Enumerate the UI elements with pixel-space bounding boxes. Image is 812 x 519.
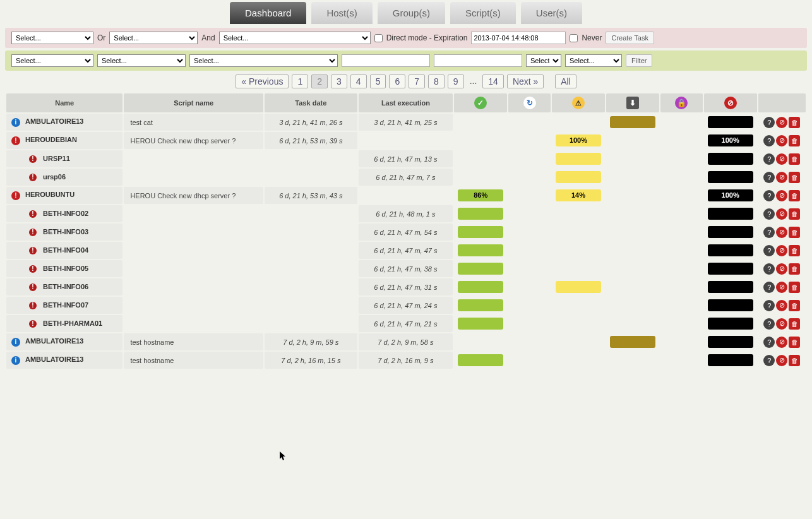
- filter-text-1[interactable]: [342, 54, 430, 67]
- help-icon[interactable]: ?: [763, 227, 775, 238]
- delete-icon[interactable]: 🗑: [789, 337, 800, 348]
- cancel-icon[interactable]: ⊘: [776, 172, 787, 183]
- tab-hosts[interactable]: Host(s): [311, 2, 372, 24]
- delete-icon[interactable]: 🗑: [789, 318, 800, 330]
- delete-icon[interactable]: 🗑: [789, 172, 800, 183]
- cell-last-exec: 3 d, 21 h, 41 m, 25 s: [359, 114, 453, 131]
- col-status-reload[interactable]: ↻: [508, 93, 551, 112]
- filter-button[interactable]: Filter: [626, 54, 652, 67]
- cancel-icon[interactable]: ⊘: [776, 318, 787, 330]
- pagination: « Previous123456789...14Next » All: [0, 71, 812, 92]
- help-icon[interactable]: ?: [763, 153, 775, 165]
- col-name[interactable]: Name: [6, 93, 122, 112]
- cell-task-date: 7 d, 2 h, 16 m, 15 s: [265, 352, 357, 369]
- col-status-ban[interactable]: ⊘: [704, 93, 757, 112]
- cell-status-2: [508, 224, 551, 241]
- cancel-icon[interactable]: ⊘: [776, 190, 787, 201]
- delete-icon[interactable]: 🗑: [789, 153, 800, 165]
- help-icon[interactable]: ?: [763, 208, 775, 220]
- create-task-button[interactable]: Create Task: [606, 32, 654, 44]
- cell-task-date: 3 d, 21 h, 41 m, 26 s: [265, 114, 357, 131]
- expiration-input[interactable]: [471, 32, 566, 44]
- delete-icon[interactable]: 🗑: [789, 263, 800, 275]
- tab-groups[interactable]: Group(s): [378, 2, 445, 24]
- select-3[interactable]: Select...: [219, 32, 371, 44]
- alert-icon: !: [29, 229, 37, 236]
- delete-icon[interactable]: 🗑: [789, 208, 800, 220]
- filter-select-2[interactable]: Select...: [97, 54, 186, 67]
- page-4[interactable]: 4: [350, 75, 367, 88]
- page-7[interactable]: 7: [409, 75, 425, 88]
- help-icon[interactable]: ?: [763, 263, 775, 275]
- page-prev[interactable]: « Previous: [236, 75, 289, 88]
- tab-dashboard[interactable]: Dashboard: [230, 2, 306, 24]
- cancel-icon[interactable]: ⊘: [776, 337, 787, 348]
- cell-name: iAMBULATOIRE13: [6, 114, 122, 131]
- page-3[interactable]: 3: [331, 75, 347, 88]
- delete-icon[interactable]: 🗑: [789, 117, 800, 128]
- cancel-icon[interactable]: ⊘: [776, 153, 787, 165]
- page-next[interactable]: Next »: [507, 75, 544, 88]
- cell-script: test hostname: [124, 352, 263, 369]
- cancel-icon[interactable]: ⊘: [776, 245, 787, 256]
- filter-text-2[interactable]: [434, 54, 522, 67]
- col-status-ok[interactable]: ✓: [454, 93, 507, 112]
- filter-select-1[interactable]: Select...: [11, 54, 93, 67]
- help-icon[interactable]: ?: [763, 300, 775, 311]
- cancel-icon[interactable]: ⊘: [776, 227, 787, 238]
- cell-status-5: [660, 242, 703, 259]
- page-6[interactable]: 6: [389, 75, 405, 88]
- help-icon[interactable]: ?: [763, 117, 775, 128]
- cell-name: !BETH-INFO05: [6, 260, 122, 277]
- lock-icon: 🔒: [675, 97, 688, 109]
- help-icon[interactable]: ?: [763, 337, 775, 348]
- table-row: !URSP116 d, 21 h, 47 m, 13 s?⊘🗑: [6, 150, 806, 167]
- col-status-lock[interactable]: 🔒: [660, 93, 703, 112]
- col-status-warn[interactable]: ⚠: [552, 93, 605, 112]
- col-last-exec[interactable]: Last execution: [359, 93, 453, 112]
- delete-icon[interactable]: 🗑: [789, 245, 800, 256]
- delete-icon[interactable]: 🗑: [789, 300, 800, 311]
- cell-status-1: [454, 315, 507, 332]
- select-1[interactable]: Select...: [11, 32, 93, 44]
- never-checkbox[interactable]: [570, 34, 578, 42]
- cancel-icon[interactable]: ⊘: [776, 355, 787, 366]
- filter-toolbar: Select... Select... Select... Select... …: [5, 51, 807, 71]
- delete-icon[interactable]: 🗑: [789, 227, 800, 238]
- page-9[interactable]: 9: [448, 75, 464, 88]
- cancel-icon[interactable]: ⊘: [776, 282, 787, 293]
- page-2[interactable]: 2: [311, 75, 328, 88]
- cancel-icon[interactable]: ⊘: [776, 117, 787, 128]
- help-icon[interactable]: ?: [763, 190, 775, 201]
- cancel-icon[interactable]: ⊘: [776, 263, 787, 275]
- cancel-icon[interactable]: ⊘: [776, 300, 787, 311]
- filter-select-3[interactable]: Select...: [189, 54, 338, 67]
- help-icon[interactable]: ?: [763, 172, 775, 183]
- filter-select-4[interactable]: Select...: [526, 54, 561, 67]
- cancel-icon[interactable]: ⊘: [776, 135, 787, 146]
- help-icon[interactable]: ?: [763, 318, 775, 330]
- delete-icon[interactable]: 🗑: [789, 135, 800, 146]
- help-icon[interactable]: ?: [763, 245, 775, 256]
- filter-select-5[interactable]: Select...: [565, 54, 622, 67]
- tab-scripts[interactable]: Script(s): [450, 2, 516, 24]
- page-8[interactable]: 8: [428, 75, 445, 88]
- cell-task-date: [265, 297, 357, 314]
- delete-icon[interactable]: 🗑: [789, 282, 800, 293]
- direct-mode-checkbox[interactable]: [374, 34, 383, 42]
- page-1[interactable]: 1: [292, 75, 308, 88]
- help-icon[interactable]: ?: [763, 282, 775, 293]
- select-2[interactable]: Select...: [109, 32, 198, 44]
- tab-users[interactable]: User(s): [521, 2, 582, 24]
- col-task-date[interactable]: Task date: [265, 93, 357, 112]
- help-icon[interactable]: ?: [763, 135, 775, 146]
- page-last[interactable]: 14: [482, 75, 504, 88]
- col-script[interactable]: Script name: [124, 93, 263, 112]
- col-status-down[interactable]: ⬇: [606, 93, 659, 112]
- page-all[interactable]: All: [555, 75, 576, 88]
- page-5[interactable]: 5: [370, 75, 386, 88]
- cancel-icon[interactable]: ⊘: [776, 208, 787, 220]
- delete-icon[interactable]: 🗑: [789, 355, 800, 366]
- delete-icon[interactable]: 🗑: [789, 190, 800, 201]
- help-icon[interactable]: ?: [763, 355, 775, 366]
